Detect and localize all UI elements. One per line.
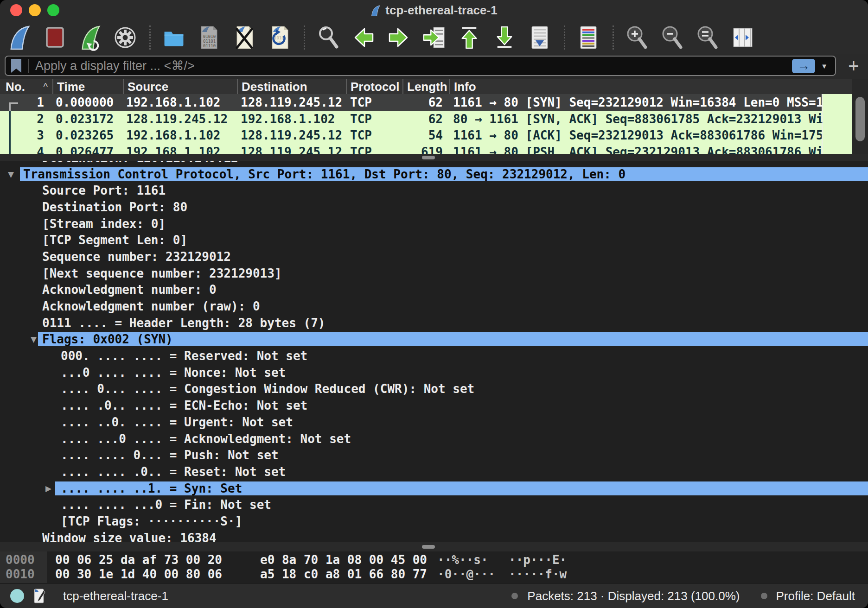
column-header-no[interactable]: No. ^ [0,79,52,94]
start-capture-button[interactable] [8,24,31,51]
go-to-packet-button[interactable] [423,24,445,51]
status-packet-counts: Packets: 213 · Displayed: 213 (100.0%) [527,589,740,603]
expander-down-icon[interactable]: ▼ [0,335,38,344]
column-header-length[interactable]: Length [402,79,449,94]
pane-splitter-hand le[interactable] [422,545,435,549]
svg-text:01010: 01010 [203,34,216,39]
window-title: tcp-ethereal-trace-1 [385,3,497,18]
wireshark-fin-icon [370,4,381,17]
title-bar: tcp-ethereal-trace-1 [0,0,868,21]
sort-ascending-icon: ^ [44,82,48,92]
column-header-protocol[interactable]: Protocol [346,79,402,94]
toolbar-separator [613,25,614,50]
detail-line[interactable]: [Next sequence number: 232129013] [0,265,868,282]
zoom-reset-button[interactable] [696,24,719,51]
expander-down-icon[interactable]: ▼ [0,170,20,179]
column-header-info[interactable]: Info [449,79,868,94]
detail-line[interactable]: .... .0.. .... = ECN-Echo: Not set [0,397,868,414]
conversation-bracket-line [9,111,11,154]
resize-columns-icon [732,26,754,49]
detail-line[interactable]: 000. .... .... = Reserved: Not set [0,348,868,364]
save-file-button[interactable]: 01010 01101 01110 [198,24,220,51]
detail-line[interactable]: [Stream index: 0] [0,215,868,232]
svg-text:01101: 01101 [203,39,216,44]
hex-dump-pane: 0000 00 06 25 da af 73 00 20 e0 8a 70 1a… [0,551,868,583]
detail-line[interactable]: .... ..0. .... = Urgent: Not set [0,414,868,431]
arrow-left-icon [352,27,375,48]
wireshark-fin-icon [8,24,31,51]
restart-capture-button[interactable] [79,24,101,51]
filter-dropdown-caret-icon[interactable]: ▼ [821,62,828,70]
auto-scroll-button[interactable] [529,24,551,51]
open-file-button[interactable] [163,24,185,51]
detail-line[interactable]: Acknowledgment number: 0 [0,282,868,298]
detail-line[interactable]: [TCP Flags: ··········S·] [0,513,868,530]
svg-text:01110: 01110 [203,44,216,48]
status-profile[interactable]: Profile: Default [776,589,855,603]
expert-info-icon[interactable] [10,589,24,603]
close-file-button[interactable] [233,24,255,51]
detail-line[interactable]: Acknowledgment number (raw): 0 [0,298,868,315]
search-icon [317,25,339,50]
reload-icon: 1010 1101 [269,25,290,50]
reload-file-button[interactable]: 1010 1101 [268,24,291,51]
detail-line[interactable]: Destination Port: 80 [0,199,868,215]
packet-list-scrollbar[interactable] [852,79,868,154]
detail-line[interactable]: .... ...0 .... = Acknowledgment: Not set [0,431,868,447]
previous-packet-button[interactable] [352,24,375,51]
bookmark-icon[interactable] [11,59,21,73]
detail-line[interactable]: ...0 .... .... = Nonce: Not set [0,364,868,381]
packet-row[interactable]: 4 0.026477 192.168.1.102 128.119.245.12 … [0,144,852,154]
status-grip-icon [511,593,518,599]
window-title-wrap: tcp-ethereal-trace-1 [0,0,868,21]
packet-row[interactable]: 3 0.023265 192.168.1.102 128.119.245.12 … [0,127,852,144]
zoom-in-button[interactable] [626,24,648,51]
column-header-source[interactable]: Source [123,79,237,94]
pane-splitter-handle[interactable] [422,156,435,159]
packet-row[interactable]: 2 0.023172 128.119.245.12 192.168.1.102 … [0,111,852,127]
restart-icon [79,24,101,51]
find-packet-button[interactable] [317,24,339,51]
arrow-bottom-icon [495,25,514,50]
resize-columns-button[interactable] [732,24,754,51]
detail-line[interactable]: Sequence number: 232129012 [0,248,868,265]
detail-line[interactable]: .... 0... .... = Congestion Window Reduc… [0,381,868,398]
display-filter-input[interactable]: Apply a display filter ... <⌘/> → ▼ [5,56,836,76]
detail-line[interactable]: Source Port: 1161 [0,182,868,199]
detail-line[interactable]: Destination: 128.119.245.12 [0,161,868,166]
hex-row[interactable]: 0000 00 06 25 da af 73 00 20 e0 8a 70 1a… [0,553,868,567]
apply-arrow-icon: → [797,59,810,72]
detail-line-syn[interactable]: ▶.... .... ..1. = Syn: Set [0,480,868,497]
scrollbar-thumb[interactable] [855,97,865,141]
status-bar: tcp-ethereal-trace-1 Packets: 213 · Disp… [0,583,868,608]
packet-row-selected[interactable]: 1 0.000000 192.168.1.102 128.119.245.12 … [0,94,852,111]
capture-options-button[interactable] [114,24,136,51]
colorize-button[interactable] [577,24,600,51]
stop-capture-button[interactable] [44,24,66,51]
hex-row[interactable]: 0010 00 30 1e 1d 40 00 80 06 a5 18 c0 a8… [0,567,868,582]
detail-line-flags[interactable]: ▼Flags: 0x002 (SYN) [0,331,868,348]
detail-line[interactable]: .... .... .0.. = Reset: Not set [0,463,868,480]
save-file-icon: 01010 01101 01110 [199,25,219,50]
next-packet-button[interactable] [388,24,410,51]
column-header-destination[interactable]: Destination [237,79,346,94]
stop-icon [44,26,66,49]
detail-line-tcp[interactable]: ▼Transmission Control Protocol, Src Port… [0,166,868,183]
last-packet-button[interactable] [493,24,516,51]
zoom-reset-icon [696,25,719,50]
detail-line[interactable]: 0111 .... = Header Length: 28 bytes (7) [0,315,868,331]
column-header-time[interactable]: Time [52,79,123,94]
folder-icon [163,26,185,49]
capture-comment-icon[interactable] [33,588,45,604]
first-packet-button[interactable] [458,24,480,51]
expander-right-icon[interactable]: ▶ [0,484,55,493]
detail-line[interactable]: .... .... ...0 = Fin: Not set [0,496,868,513]
detail-line[interactable]: .... .... 0... = Push: Not set [0,447,868,463]
svg-text:1010: 1010 [274,36,284,40]
status-filename: tcp-ethereal-trace-1 [63,589,168,603]
detail-line[interactable]: [TCP Segment Len: 0] [0,232,868,248]
add-filter-button[interactable]: + [844,57,863,75]
zoom-out-button[interactable] [661,24,683,51]
apply-filter-button[interactable]: → [792,59,815,73]
detail-line[interactable]: Window size value: 16384 [0,530,868,542]
